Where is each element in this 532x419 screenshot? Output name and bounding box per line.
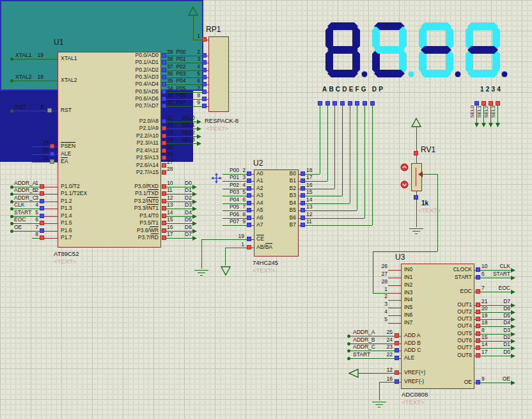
u1-pin-name: XTAL2 [61, 77, 77, 83]
pin-number: 16 [384, 376, 393, 382]
wire-arrowhead-icon [511, 317, 515, 322]
pin-state-indicator [202, 60, 207, 65]
pin-state-indicator [301, 201, 305, 205]
pin-number: 8 [240, 212, 246, 217]
u1-pin-name: P3.4/T0 [109, 213, 159, 219]
u1-pin-name: P1.4 [61, 213, 72, 219]
pin-number: 29 [37, 140, 49, 146]
u1-pin-name: P0.6/AD6 [109, 96, 159, 102]
net-label: D1 [487, 342, 510, 347]
pin-state-indicator [247, 178, 251, 183]
wire-segment [32, 162, 50, 162]
pin-state-indicator [414, 151, 418, 155]
pin-state-indicator [301, 208, 305, 212]
wire-segment [320, 106, 320, 174]
u1-pin-name: P3.2/INT0 [109, 198, 159, 204]
pin-number: 22 [167, 122, 173, 128]
wire-arrowhead-icon [511, 276, 515, 280]
wire-arrowhead-icon [197, 120, 201, 124]
rv1-decrease-button[interactable] [400, 180, 409, 189]
pin-number: 31 [37, 155, 49, 161]
vref-arrow-icon [348, 368, 359, 378]
pin-state-indicator [162, 97, 166, 101]
u1-pin-name: P2.0/A8 [109, 118, 159, 124]
pin-state-indicator [395, 356, 399, 360]
display-segment-pins-label: ABCDEFG DP [322, 86, 385, 93]
pin-number: 7 [192, 86, 200, 91]
wire-segment [305, 210, 357, 211]
pin-number: 2 [379, 294, 387, 299]
wire-arrowhead-icon [511, 346, 515, 351]
u3-pin-name: CLOCK [427, 267, 472, 273]
wire-arrowhead-icon [511, 303, 515, 308]
wire-arrowhead-icon [511, 354, 515, 358]
rv1-increase-button[interactable] [400, 163, 409, 171]
wire-segment [480, 383, 511, 383]
u3-pin-name: OUT8 [427, 352, 472, 358]
pin-number: 9 [192, 100, 200, 106]
pin-state-indicator [40, 235, 44, 240]
wire-segment [12, 81, 58, 81]
wire-segment [251, 248, 254, 248]
net-label: D0 [487, 349, 510, 355]
wire-segment [357, 106, 357, 210]
net-label: P05 [170, 86, 192, 91]
wire-segment [388, 285, 401, 286]
wire-segment [378, 407, 380, 407]
rv1-value: 1k [421, 200, 428, 207]
pin-number: 9 [240, 219, 246, 225]
net-label: CLK [487, 264, 510, 269]
net-label: CLK [14, 202, 25, 208]
wire-segment [412, 231, 420, 232]
wire-arrowhead-icon [511, 332, 515, 336]
wire-segment [334, 106, 335, 189]
pin-state-indicator [40, 191, 44, 196]
net-label: P07 [170, 100, 192, 106]
u1-pin-name: P2.3/A11 [109, 140, 159, 146]
pin-number: 5 [240, 189, 246, 195]
net-label: P00 [170, 49, 192, 55]
u3-pin-name: IN4 [404, 297, 412, 303]
u3-pin-name: IN0 [404, 267, 412, 273]
pin-state-indicator [162, 126, 166, 130]
pin-state-indicator [476, 331, 480, 336]
wire-segment [251, 210, 254, 211]
wire-segment [399, 336, 401, 336]
rv1-pot[interactable] [411, 163, 422, 191]
u1-pin-name: P0.7/AD7 [109, 103, 159, 109]
u1-pin-name: P3.1/TXD [109, 191, 159, 196]
pin-number: 23 [167, 130, 173, 136]
u2-pin-name: A0 [256, 171, 263, 177]
power-arrow-down-icon [221, 266, 231, 276]
net-label: D7 [487, 299, 510, 304]
wire-segment [44, 238, 58, 239]
net-label: P04 [226, 197, 239, 203]
net-label: D4 [487, 320, 510, 326]
rp1-chip[interactable] [208, 36, 229, 112]
pin-number: 30 [37, 148, 49, 154]
net-label: SEL0 [182, 115, 195, 121]
pin-number: 14 [306, 197, 312, 203]
wire-segment [251, 174, 254, 175]
rp1-part-name: RESPACK-8 [205, 118, 239, 124]
pin-number: 23 [382, 344, 393, 350]
pin-state-indicator [476, 324, 480, 328]
pin-state-indicator [476, 345, 480, 350]
u2-pin-name: B1 [275, 178, 296, 184]
wire-arrowhead-icon [489, 123, 493, 127]
display-segment-pin [363, 101, 367, 106]
pin-number: 25 [382, 329, 393, 335]
power-arrow-up-icon [188, 6, 198, 16]
net-label: P02 [170, 64, 192, 70]
pin-number: 18 [306, 168, 312, 173]
u1-pin-name: PSEN [61, 143, 75, 149]
pin-state-indicator [162, 75, 166, 79]
wire-segment [399, 382, 401, 383]
display-segment-pin [318, 101, 322, 106]
pin-number: 12 [167, 195, 173, 201]
pin-state-indicator [202, 68, 207, 72]
u1-pin-name: ALE [61, 151, 71, 157]
pin-state-indicator [162, 90, 166, 94]
pin-state-indicator [50, 144, 54, 148]
wire-segment [54, 154, 58, 155]
